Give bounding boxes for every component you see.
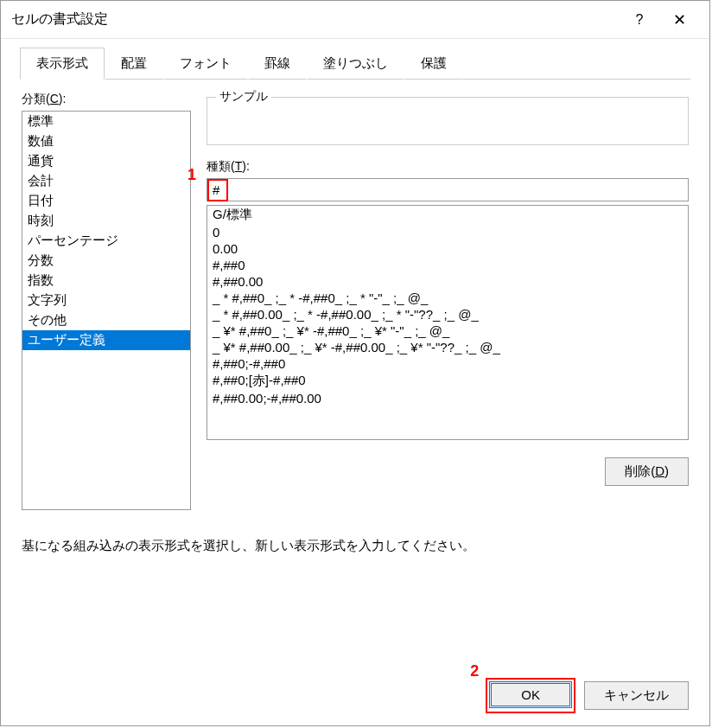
tab-strip: 表示形式配置フォント罫線塗りつぶし保護 [1, 39, 709, 80]
content-area: 分類(C): 標準数値通貨会計日付時刻パーセンテージ分数指数文字列その他ユーザー… [1, 80, 709, 669]
type-label: 種類(T): [207, 159, 689, 175]
tab-4[interactable]: 塗りつぶし [307, 48, 404, 80]
tab-1[interactable]: 配置 [105, 48, 163, 80]
format-code-item[interactable]: 0.00 [207, 240, 688, 257]
format-code-list[interactable]: G/標準00.00#,##0#,##0.00_ * #,##0_ ;_ * -#… [207, 205, 689, 440]
format-code-item[interactable]: #,##0;-#,##0 [207, 355, 688, 372]
format-cells-dialog: セルの書式設定 ? ✕ 表示形式配置フォント罫線塗りつぶし保護 分類(C): 標… [0, 0, 710, 726]
category-item[interactable]: 分数 [22, 251, 190, 271]
tab-2[interactable]: フォント [163, 48, 248, 80]
category-item[interactable]: 数値 [22, 131, 190, 151]
titlebar: セルの書式設定 ? ✕ [1, 1, 709, 39]
format-code-item[interactable]: #,##0 [207, 257, 688, 273]
format-code-item[interactable]: 0 [207, 224, 688, 240]
format-code-item[interactable]: #,##0.00 [207, 273, 688, 290]
tab-3[interactable]: 罫線 [248, 48, 307, 80]
format-code-item[interactable]: _ ¥* #,##0.00_ ;_ ¥* -#,##0.00_ ;_ ¥* "-… [207, 339, 688, 355]
footer: OK 2 キャンセル [1, 669, 709, 725]
category-item[interactable]: パーセンテージ [22, 231, 190, 251]
category-label: 分類(C): [22, 92, 191, 107]
category-item[interactable]: 文字列 [22, 291, 190, 310]
category-item[interactable]: 会計 [22, 171, 190, 191]
category-list[interactable]: 標準数値通貨会計日付時刻パーセンテージ分数指数文字列その他ユーザー定義 [22, 111, 191, 510]
delete-button[interactable]: 削除(D) [605, 457, 689, 486]
format-code-item[interactable]: #,##0.00;-#,##0.00 [207, 390, 688, 406]
dialog-title: セルの書式設定 [11, 10, 620, 29]
category-item[interactable]: その他 [22, 310, 190, 330]
tab-5[interactable]: 保護 [404, 48, 463, 80]
close-button[interactable]: ✕ [659, 7, 699, 33]
ok-button[interactable]: OK [489, 681, 572, 708]
cancel-button[interactable]: キャンセル [584, 681, 689, 710]
category-item[interactable]: 通貨 [22, 151, 190, 171]
category-item[interactable]: 日付 [22, 191, 190, 211]
format-code-item[interactable]: _ * #,##0_ ;_ * -#,##0_ ;_ * "-"_ ;_ @_ [207, 290, 688, 306]
tab-0[interactable]: 表示形式 [20, 48, 105, 80]
hint-text: 基になる組み込みの表示形式を選択し、新しい表示形式を入力してください。 [22, 538, 689, 554]
type-input[interactable] [207, 178, 689, 201]
format-code-item[interactable]: G/標準 [207, 206, 688, 224]
category-item[interactable]: ユーザー定義 [22, 330, 190, 350]
format-code-item[interactable]: _ ¥* #,##0_ ;_ ¥* -#,##0_ ;_ ¥* "-"_ ;_ … [207, 322, 688, 339]
category-item[interactable]: 時刻 [22, 211, 190, 231]
category-item[interactable]: 指数 [22, 271, 190, 291]
sample-label: サンプル [216, 89, 271, 105]
sample-box: サンプル [207, 97, 689, 145]
help-button[interactable]: ? [620, 7, 659, 33]
tabs-filler [463, 48, 690, 80]
format-code-item[interactable]: _ * #,##0.00_ ;_ * -#,##0.00_ ;_ * "-"??… [207, 306, 688, 322]
category-item[interactable]: 標準 [22, 112, 190, 131]
format-code-item[interactable]: #,##0;[赤]-#,##0 [207, 372, 688, 390]
